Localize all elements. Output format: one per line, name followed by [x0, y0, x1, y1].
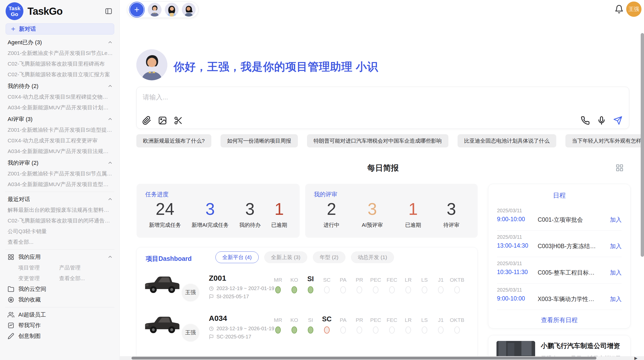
ai-super-staff-label: AI超级员工 [18, 311, 46, 319]
stat-overdue: 1 已逾期 [405, 200, 421, 229]
project-row[interactable]: 王强 A034 2023-12-19 ~ 2026-01-19 SC-2025-… [137, 313, 477, 354]
microphone-icon[interactable] [597, 116, 606, 125]
section-ai-review[interactable]: AI评审 (3) [0, 114, 120, 125]
sidebar-item[interactable]: Z001-全新燃油皮卡产品开发项目SI节点Lesson Learn报告 [0, 48, 120, 58]
recent-chat-item[interactable]: C02-飞腾新能源轻客改款项目的闭环通告反馈情况 [0, 215, 120, 226]
schedule-title: 日程 [488, 191, 630, 200]
suggestion-chip[interactable]: 当下年轻人对汽车外观有怎样的喜好趋势 [565, 134, 644, 147]
stat-new-ai-done: 3 新增AI完成任务 [192, 200, 229, 229]
sidebar-item-creative-drawing[interactable]: 创意制图 [0, 331, 120, 341]
sidebar-item[interactable]: Z001-全新燃油轻卡产品开发项目SI造型提交物评审 [0, 125, 120, 135]
sidebar-item-help-me-write[interactable]: 帮我写作 [0, 320, 120, 331]
avatar[interactable] [148, 3, 162, 17]
suggestion-chip[interactable]: 如何写一份清晰的项目周报 [221, 134, 298, 147]
new-chat-button[interactable]: 新对话 [6, 23, 114, 35]
send-icon[interactable] [613, 116, 622, 125]
milestone-dot-overdue [324, 326, 330, 334]
app-item-change-mgmt[interactable]: 变更管理 [0, 275, 40, 281]
suggestion-chip[interactable]: 特朗普可能对进口汽车增税会对中国车企造成哪些影响 [307, 134, 448, 147]
schedule-item: 2025/03/11 10:30-11:30 C005-整车工程目标评审 加入 [497, 257, 622, 283]
chevron-up-icon[interactable] [107, 197, 113, 202]
milestone-dot [389, 286, 395, 293]
chevron-up-icon[interactable] [107, 116, 113, 122]
tab-powertrain[interactable]: 动总开发 (1) [351, 251, 394, 263]
horizontal-scrollbar-track[interactable]: ▶ [120, 356, 644, 360]
project-owner-badge: 王强 [182, 324, 199, 341]
milestone-dot [373, 326, 378, 334]
tab-new-body[interactable]: 全新上装 (3) [264, 251, 308, 263]
assistant-avatar [136, 49, 167, 80]
scroll-down-indicator[interactable]: ▼ [616, 346, 620, 351]
collapse-sidebar-icon[interactable] [104, 7, 113, 16]
user-avatar[interactable]: 王强 [626, 2, 641, 17]
tab-model-year[interactable]: 年型 (2) [313, 251, 345, 263]
project-row[interactable]: 王强 Z001 2023-12-19 ~ 2027-01-19 SI-2025-… [137, 273, 477, 313]
join-link[interactable]: 加入 [610, 242, 622, 250]
app-item-view-all[interactable]: 查看全部... [41, 275, 85, 281]
stat-ai-prereview: 3 AI预评审 [362, 200, 383, 229]
milestone-dot [357, 326, 362, 334]
join-link[interactable]: 加入 [610, 216, 622, 224]
avatar[interactable] [182, 3, 196, 17]
sidebar-item[interactable]: C02-飞腾新能源轻客改款项目里程碑画布 [0, 58, 120, 69]
avatar[interactable] [165, 3, 179, 17]
sidebar-item[interactable]: C0X4-动力总成开发项目SI里程碑提交物检查 [0, 92, 120, 102]
join-link[interactable]: 加入 [610, 295, 622, 303]
sidebar-item[interactable]: Z001-全新燃油轻卡产品开发项目SI节点属性5D文件评审 [0, 168, 120, 179]
chevron-up-icon[interactable] [107, 83, 113, 89]
milestone-timeline: MR KO SI SC PA PR PEC FEC LR LS J1 OKTB [270, 313, 466, 341]
notification-bell-icon[interactable] [614, 5, 624, 14]
sidebar-item[interactable]: C0X4-动力总成开发项目工程变更评审 [0, 135, 120, 146]
paperclip-icon[interactable] [142, 116, 151, 125]
chevron-up-icon[interactable] [107, 40, 113, 45]
task-progress-card: 任务进度 24 新增完成任务 3 新增AI完成任务 3 我的待办 1 已逾期 [137, 184, 300, 238]
layout-grid-icon[interactable] [616, 164, 624, 172]
sidebar-item[interactable]: A034-全新新能源MUV产品开发项目计划变更表编写 [0, 102, 120, 113]
sidebar-item[interactable]: A034-全新新能源MUV产品开发项目造型可行性评审 [0, 179, 120, 190]
join-link[interactable]: 加入 [610, 269, 622, 277]
milestone-dot [422, 326, 427, 334]
chat-input[interactable] [143, 92, 575, 103]
schedule-date: 2025/03/11 [497, 287, 622, 293]
section-my-review[interactable]: 我的评审 (2) [0, 158, 120, 168]
tab-new-platform[interactable]: 全新平台 (4) [215, 251, 259, 263]
section-my-todo[interactable]: 我的待办 (2) [0, 81, 120, 92]
sidebar-item[interactable]: C02-飞腾新能源轻客改款项目立项汇报方案 [0, 69, 120, 80]
my-favorites-label: 我的收藏 [18, 296, 41, 304]
flag-icon [209, 334, 214, 339]
app-item-project-mgmt[interactable]: 项目管理 [0, 265, 40, 271]
phone-icon[interactable] [581, 116, 590, 125]
recent-chat-item[interactable]: 解释最新出台的欧盟报废车法规再生塑料比例被调至15%... [0, 205, 120, 215]
milestone-dot [357, 286, 362, 293]
sidebar-item-ai-super-staff[interactable]: AI超级员工 [0, 309, 120, 320]
vertical-scrollbar[interactable] [641, 33, 644, 257]
recent-chat-item[interactable]: 公司Q3轻卡销量 [0, 226, 120, 237]
view-all-schedule-link[interactable]: 查看所有日程 [488, 316, 630, 324]
milestone-dot [340, 326, 346, 334]
schedule-item: 2025/03/11 13:00-14:30 C003|H0B-方案冻结评审 加… [497, 231, 622, 257]
new-chat-label: 新对话 [19, 25, 36, 33]
section-recent-chats[interactable]: 最近对话 [0, 194, 120, 205]
scroll-right-button[interactable]: ▶ [634, 356, 637, 360]
suggestion-chip[interactable]: 欧洲新规最近颁布了什么? [136, 134, 211, 147]
taskgo-app: Task Go TaskGo 新对话 Agent已办 (3) Z001-全新燃油… [0, 0, 644, 360]
image-icon[interactable] [158, 116, 167, 125]
horizontal-scrollbar-thumb[interactable] [131, 357, 596, 359]
card-title: 我的评审 [314, 190, 337, 198]
recent-chat-item-view-all[interactable]: 查看全部... [0, 237, 120, 247]
add-session-button[interactable] [130, 3, 144, 17]
sidebar-item-my-apps[interactable]: 我的应用 [0, 252, 120, 262]
star-badge-icon [8, 296, 14, 303]
chevron-up-icon[interactable] [107, 254, 113, 260]
project-dates: 2023-12-19 ~ 2026-01-19 [209, 326, 274, 332]
scissors-icon[interactable] [174, 116, 183, 125]
project-name: Z001 [209, 274, 226, 282]
suggestion-chip[interactable]: 比亚迪全固态电池计划具体说了什么 [458, 134, 556, 147]
app-item-product-mgmt[interactable]: 产品管理 [41, 265, 80, 271]
sidebar-item-my-favorites[interactable]: 我的收藏 [0, 294, 120, 305]
schedule-date: 2025/03/11 [497, 234, 622, 240]
sidebar-item-my-cloud[interactable]: 我的云空间 [0, 284, 120, 294]
chevron-up-icon[interactable] [107, 160, 113, 166]
sidebar-item[interactable]: A034-全新新能源MUV产品开发项目法规符合性评审 [0, 146, 120, 157]
section-agent-done[interactable]: Agent已办 (3) [0, 37, 120, 48]
